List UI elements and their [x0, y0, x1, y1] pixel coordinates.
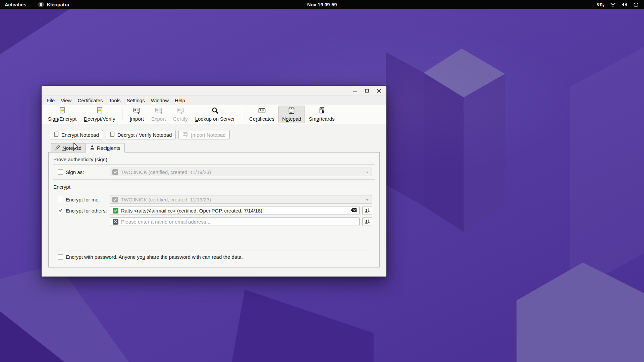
recipient-input-empty[interactable]: Please enter a name or email address...	[110, 217, 360, 226]
sign-as-combobox[interactable]: TWOJNICK (certified, created: 11/19/23)	[110, 168, 372, 176]
menu-certificates[interactable]: Certificates	[74, 97, 106, 104]
menu-tools[interactable]: Tools	[106, 97, 123, 104]
toolbar-certificates[interactable]: Certificates	[246, 106, 278, 123]
clock[interactable]: Nov 19 09:59	[307, 2, 337, 7]
toolbar-label: Smartcards	[309, 116, 335, 122]
select-certificate-button[interactable]	[362, 206, 372, 215]
toolbar-export[interactable]: Export	[148, 106, 169, 123]
top-bar: Activities Kleopatra Nov 19 09:59 en1	[0, 0, 644, 9]
unresolved-x-icon	[113, 219, 118, 225]
toolbar-sign-encrypt[interactable]: Sign/Encrypt	[45, 106, 80, 123]
person-icon	[90, 145, 95, 151]
encrypt-for-me-value: TWOJNICK (certified, created: 11/19/23)	[121, 197, 211, 202]
toolbar-certify[interactable]: Certify	[170, 106, 191, 123]
encrypt-for-me-label: Encrypt for me:	[66, 197, 110, 202]
toolbar-label: Lookup on Server	[195, 116, 235, 122]
toolbar-separator	[122, 107, 122, 121]
menu-settings[interactable]: Settings	[124, 97, 148, 104]
keyboard-layout-indicator[interactable]: en1	[597, 1, 604, 8]
button-label: Decrypt / Verify Notepad	[117, 132, 172, 138]
export-icon	[155, 107, 163, 115]
toolbar-label: Sign/Encrypt	[48, 116, 76, 122]
notepad-view: Encrypt Notepad Decrypt / Verify Notepad…	[42, 124, 386, 267]
power-icon[interactable]	[633, 2, 639, 7]
chevron-down-icon	[366, 199, 369, 201]
recipient-placeholder: Please enter a name or email address...	[121, 219, 357, 225]
menu-window[interactable]: Window	[148, 97, 172, 104]
sign-group-title: Prove authenticity (sign)	[53, 156, 375, 164]
tab-notepad[interactable]: Notepad	[51, 143, 86, 153]
import-icon	[133, 107, 141, 115]
sign-as-label: Sign as:	[66, 169, 110, 175]
toolbar-label: Export	[151, 116, 166, 122]
certified-check-icon	[113, 208, 118, 214]
close-button[interactable]	[376, 88, 382, 94]
toolbar-notepad[interactable]: Notepad	[278, 106, 305, 123]
toolbar-import[interactable]: Import	[126, 106, 147, 123]
maximize-button[interactable]	[364, 88, 370, 94]
tab-recipients[interactable]: Recipients	[86, 143, 125, 153]
menu-bar: File View Certificates Tools Settings Wi…	[42, 96, 386, 105]
focused-app-menu[interactable]: Kleopatra	[38, 2, 69, 7]
encrypt-for-me-checkbox[interactable]	[58, 197, 63, 202]
document-icon	[110, 131, 115, 138]
encrypt-for-others-checkbox[interactable]	[58, 208, 63, 213]
toolbar-separator	[242, 107, 242, 121]
encrypt-group: Encrypt for me: TWOJNICK (certified, cre…	[53, 192, 375, 263]
sign-as-checkbox[interactable]	[58, 169, 63, 175]
menu-help[interactable]: Help	[172, 97, 188, 104]
encrypt-with-password-checkbox[interactable]	[58, 254, 63, 260]
mouse-cursor	[73, 142, 80, 153]
chevron-down-icon	[366, 172, 369, 173]
recipient-value: Ralts <ralts@airmail.cc> (certified, Ope…	[121, 208, 348, 214]
select-certificate-button[interactable]	[362, 217, 372, 226]
certificates-icon	[258, 107, 266, 115]
recipients-pane: Prove authenticity (sign) Sign as: TWOJN…	[48, 152, 380, 267]
toolbar-label: Import	[129, 116, 144, 122]
certificate-check-icon	[112, 169, 118, 175]
toolbar-label: Notepad	[282, 116, 301, 122]
sign-group: Sign as: TWOJNICK (certified, created: 1…	[53, 164, 375, 180]
certify-icon	[176, 107, 184, 115]
sign-encrypt-icon	[59, 107, 66, 115]
sign-as-value: TWOJNICK (certified, created: 11/19/23)	[121, 169, 211, 175]
pencil-icon	[55, 145, 60, 151]
search-icon	[211, 107, 219, 115]
toolbar-label: Certificates	[249, 116, 274, 122]
toolbar: Sign/Encrypt Decrypt/Verify Import Expor…	[42, 105, 386, 124]
toolbar-smartcards[interactable]: Smartcards	[306, 106, 338, 123]
button-label: Import Notepad	[191, 132, 225, 138]
notepad-icon	[288, 107, 295, 115]
tab-bar: Notepad Recipients	[51, 143, 386, 153]
encrypt-with-password-label: Encrypt with password. Anyone you share …	[66, 254, 243, 260]
kleopatra-window: File View Certificates Tools Settings Wi…	[42, 86, 386, 277]
toolbar-label: Certify	[173, 116, 187, 122]
encrypt-notepad-button[interactable]: Encrypt Notepad	[50, 130, 103, 139]
titlebar[interactable]	[42, 86, 386, 96]
decrypt-verify-notepad-button[interactable]: Decrypt / Verify Notepad	[106, 130, 176, 139]
decrypt-verify-icon	[96, 107, 103, 115]
smartcards-icon	[318, 107, 325, 115]
encrypt-for-others-label: Encrypt for others:	[66, 208, 110, 214]
toolbar-label: Decrypt/Verify	[84, 116, 115, 122]
tab-label: Recipients	[97, 145, 120, 151]
menu-view[interactable]: View	[58, 97, 74, 104]
minimize-button[interactable]	[352, 88, 358, 94]
certificate-check-icon	[112, 197, 118, 202]
wifi-icon[interactable]	[610, 2, 616, 7]
clear-input-icon[interactable]	[351, 208, 357, 214]
recipient-input-filled[interactable]: Ralts <ralts@airmail.cc> (certified, Ope…	[110, 206, 360, 215]
encrypt-for-me-combobox[interactable]: TWOJNICK (certified, created: 11/19/23)	[110, 195, 372, 204]
close-icon	[377, 89, 381, 93]
maximize-icon	[365, 89, 369, 93]
activities-button[interactable]: Activities	[5, 2, 26, 7]
import-notepad-button[interactable]: Import Notepad	[178, 130, 229, 139]
toolbar-decrypt-verify[interactable]: Decrypt/Verify	[80, 106, 118, 123]
document-icon	[54, 131, 59, 138]
button-label: Encrypt Notepad	[61, 132, 99, 138]
volume-icon[interactable]	[622, 2, 628, 7]
menu-file[interactable]: File	[44, 97, 58, 104]
focused-app-name: Kleopatra	[47, 2, 69, 7]
import-card-icon	[182, 132, 189, 138]
toolbar-lookup-on-server[interactable]: Lookup on Server	[192, 106, 238, 123]
